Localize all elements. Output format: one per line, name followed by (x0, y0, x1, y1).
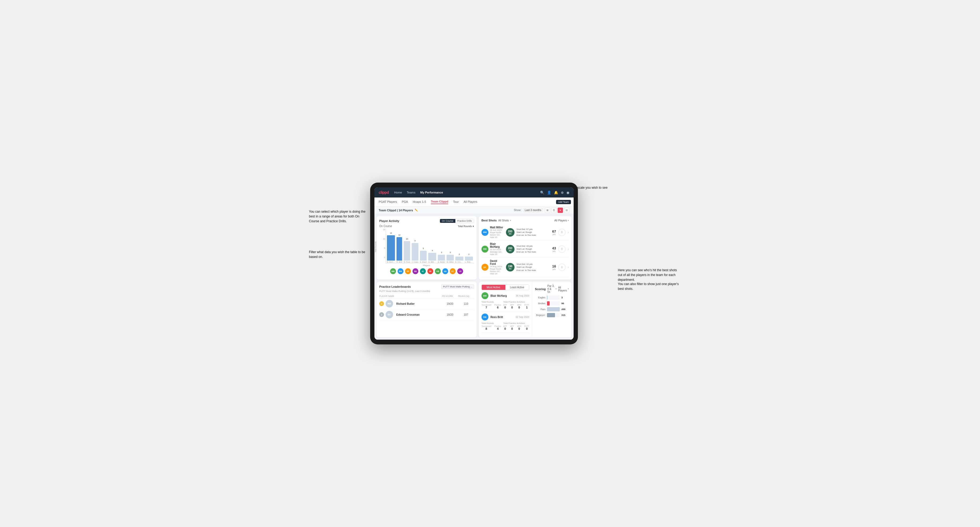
practice-label: Practice (495, 325, 501, 327)
sub-nav-hcaps[interactable]: Hcaps 1-5 (413, 200, 426, 204)
chevron-right-icon[interactable]: › (568, 247, 569, 251)
bar: 4 (428, 253, 436, 260)
bar-label: E. Ebert (420, 261, 426, 263)
lb-player-name: Richard Butler (396, 302, 415, 305)
scoring-filter1[interactable]: Par 3, 4 & 5s ▾ (547, 284, 556, 293)
avatar-icon[interactable]: ◉ (566, 190, 570, 195)
nav-home[interactable]: Home (394, 191, 402, 194)
score-bar-row: Pars 499 (535, 307, 569, 311)
practice-activities-label: Total Practice Activities (503, 301, 529, 303)
player-avatar[interactable]: BM (398, 268, 403, 274)
bar-chart: 13 B. McHarg 12 R. Britt 10 D. Ford 9 J.… (386, 229, 474, 263)
practice-label: Practice (495, 304, 501, 306)
practice-value: 6 (497, 306, 498, 309)
player-avatar[interactable]: MM (390, 268, 396, 274)
sub-nav-tour[interactable]: Tour (453, 200, 458, 204)
bar-value: 2 (468, 253, 469, 255)
bar-group[interactable]: 12 R. Britt (396, 237, 402, 263)
nav-teams[interactable]: Teams (407, 191, 415, 194)
sub-nav-pga[interactable]: PGA (402, 200, 408, 204)
team-header: Team Clippd | 14 Players ✏️ Show: Last 3… (374, 206, 574, 214)
search-icon[interactable]: 🔍 (540, 190, 544, 195)
score-value: 3 (562, 296, 569, 299)
edit-icon[interactable]: ✏️ (415, 209, 418, 211)
player-avatar[interactable]: EC (450, 268, 456, 274)
shot-start-lie: Start Lie: Rough (517, 248, 550, 251)
player-avatar[interactable]: LR (457, 268, 463, 274)
sub-nav: PGAT Players PGA Hcaps 1-5 Team Clippd T… (374, 197, 574, 206)
scoring-title: Scoring (535, 287, 546, 290)
sub-nav-pgat[interactable]: PGAT Players (379, 200, 397, 204)
users-icon[interactable]: 👤 (547, 190, 551, 195)
player-avatar[interactable]: GB (435, 268, 441, 274)
add-team-button[interactable]: Add Team (556, 200, 571, 204)
heart-view-icon[interactable]: ♥ (558, 208, 563, 213)
chevron-right-icon[interactable]: › (568, 230, 569, 234)
activity-player: RB Rees Britt 02 Sep 2023 Total Rounds T… (482, 314, 530, 333)
shot-player-name: David Ford (490, 259, 504, 265)
score-bar-row: Bogeys+ 315 (535, 313, 569, 317)
bar-value: 4 (432, 250, 433, 252)
practice-drills-toggle[interactable]: Practice Drills (455, 219, 474, 223)
player-avatar[interactable]: AB (442, 268, 448, 274)
least-active-tab[interactable]: Least Active (506, 285, 529, 290)
players-filter[interactable]: All Players ▾ (554, 219, 569, 222)
activity-players: BM Blair McHarg 26 Aug 2023 Total Rounds… (482, 292, 530, 333)
practice-dropdown[interactable]: PUTT Must Make Putting ... (441, 284, 474, 289)
sub-nav-all-players[interactable]: All Players (464, 200, 477, 204)
most-active-tab[interactable]: Most Active (482, 285, 506, 290)
shot-start-lie: Start Lie: Rough (517, 231, 550, 234)
sub-nav-team-clippd[interactable]: Team Clippd (431, 200, 448, 204)
bar-group[interactable]: 4 G. Billingham (428, 253, 436, 263)
grid-view-icon[interactable]: ⊞ (545, 208, 550, 213)
bar-group[interactable]: 5 E. Ebert (420, 251, 426, 263)
bar-group[interactable]: 3 M. Miller (447, 255, 453, 263)
zero-circle: 0 (558, 229, 566, 236)
plus-circle-icon[interactable]: ⊕ (561, 190, 564, 195)
player-avatar[interactable]: DF (405, 268, 411, 274)
score-bar-fill (547, 307, 560, 311)
bar-group[interactable]: 2 E. Crossman (455, 257, 463, 263)
nav-my-performance[interactable]: My Performance (420, 191, 443, 194)
chart-section-header: On Course Total Rounds ▾ (379, 225, 474, 227)
practice-activities-label: Total Practice Activities (503, 322, 529, 324)
putt-stat: PUTT0 (524, 325, 529, 330)
bar-group[interactable]: 2 L. Robertson (465, 257, 473, 263)
show-select[interactable]: Last 3 months (523, 208, 543, 212)
player-avatar[interactable]: EE (428, 268, 433, 274)
shot-dist: Shot Dist: 43 yds (517, 244, 550, 248)
filter-view-icon[interactable]: ⊟ (564, 208, 570, 213)
scoring-filter2[interactable]: All Players ▾ (558, 286, 569, 292)
most-active-panel: Most Active Least Active BM Blair McHarg… (479, 282, 532, 338)
list-view-icon[interactable]: ☰ (551, 208, 557, 213)
bell-icon[interactable]: 🔔 (554, 190, 558, 195)
total-rounds-label: Total Rounds (482, 301, 501, 303)
lb-score: 19/20 (442, 302, 458, 305)
bar-group[interactable]: 3 A. Butler (438, 255, 445, 263)
scoring-arrow1: ▾ (555, 288, 557, 290)
chart-filter-dropdown[interactable]: Total Rounds ▾ (458, 225, 474, 227)
col-pb-avg: PB AVG SQ (458, 295, 474, 297)
player-avatar[interactable]: JC (420, 268, 426, 274)
bar-group[interactable]: 10 D. Ford (404, 241, 410, 263)
player-avatar[interactable]: RB (412, 268, 418, 274)
on-course-toggle[interactable]: On Course (440, 219, 455, 223)
shots-filter[interactable]: All Shots ▾ (498, 219, 511, 222)
gtt-stat: GTT0 (503, 325, 507, 330)
shot-details: Shot Dist: 67 yds Start Lie: Rough End L… (517, 228, 550, 237)
shot-dist: Shot Dist: 67 yds (517, 228, 550, 231)
bar: 13 (387, 235, 395, 260)
shot-end-lie: End Lie: In The Hole (517, 269, 550, 272)
score-bar-row: Eagles 3 (535, 295, 569, 300)
shot-player-avatar: MM (482, 229, 488, 236)
score-bar-container (547, 307, 560, 311)
shot-stat-value: 16 (552, 264, 556, 268)
bar: 2 (465, 257, 473, 260)
shot-item: BM Blair McHarg 23 Jul 2023 · Aldridge G… (482, 241, 569, 258)
bar-group[interactable]: 9 J. Coles (412, 243, 418, 263)
chevron-right-icon[interactable]: › (568, 265, 569, 269)
tablet-screen: clippd Home Teams My Performance 🔍 👤 🔔 ⊕… (374, 187, 574, 340)
shot-player-meta: 23 Jul 2023 · Aldridge GC, Hole 15 (490, 248, 504, 256)
lb-avatar: EC (386, 311, 393, 318)
bar-group[interactable]: 13 B. McHarg (387, 235, 395, 263)
